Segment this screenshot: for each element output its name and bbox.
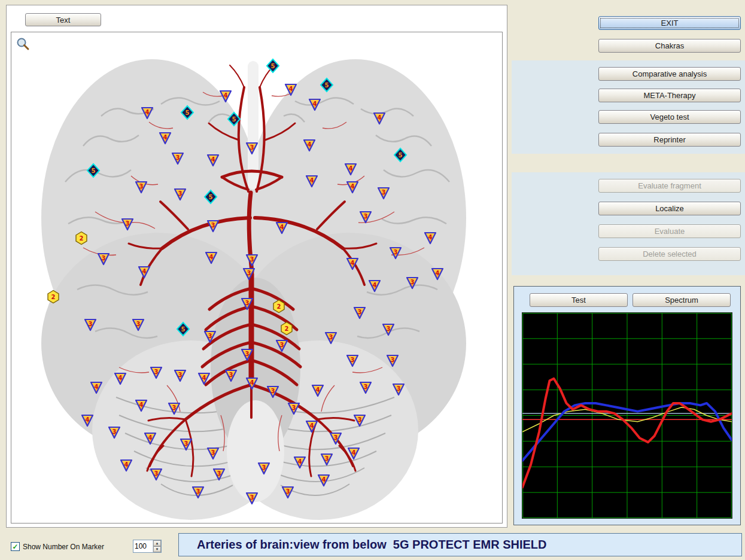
marker-hex-2[interactable]: 2 bbox=[273, 300, 284, 313]
test-button[interactable]: Test bbox=[530, 293, 628, 307]
marker-tri-3[interactable]: 3 bbox=[193, 487, 203, 498]
marker-hex-2[interactable]: 2 bbox=[76, 232, 87, 245]
marker-tri-4[interactable]: 4 bbox=[247, 378, 257, 389]
marker-tri-4[interactable]: 4 bbox=[115, 373, 126, 384]
marker-tri-3[interactable]: 3 bbox=[330, 433, 341, 444]
marker-tri-3[interactable]: 3 bbox=[133, 319, 144, 330]
marker-tri-4[interactable]: 4 bbox=[348, 448, 359, 459]
text-button[interactable]: Text bbox=[25, 13, 101, 26]
marker-tri-3[interactable]: 3 bbox=[360, 212, 371, 223]
marker-tri-4[interactable]: 4 bbox=[345, 164, 356, 175]
marker-tri-3[interactable]: 3 bbox=[175, 370, 186, 381]
marker-tri-3[interactable]: 3 bbox=[347, 355, 358, 366]
marker-tri-3[interactable]: 3 bbox=[242, 299, 253, 309]
marker-tri-3[interactable]: 3 bbox=[214, 469, 224, 480]
marker-tri-3[interactable]: 3 bbox=[378, 188, 389, 199]
marker-tri-3[interactable]: 3 bbox=[169, 403, 180, 414]
marker-dia-5[interactable]: 5 bbox=[205, 190, 217, 203]
show-number-checkbox[interactable]: ✓ bbox=[11, 542, 20, 551]
marker-tri-4[interactable]: 4 bbox=[206, 252, 217, 263]
marker-tri-3[interactable]: 3 bbox=[205, 331, 215, 342]
spectrum-button[interactable]: Spectrum bbox=[633, 293, 731, 307]
marker-tri-4[interactable]: 4 bbox=[82, 415, 93, 426]
marker-dia-5[interactable]: 5 bbox=[87, 164, 99, 177]
marker-tri-3[interactable]: 3 bbox=[247, 493, 257, 504]
exit-button[interactable]: EXIT bbox=[598, 16, 741, 30]
evaluate-button[interactable]: Evaluate bbox=[598, 224, 741, 238]
marker-tri-4[interactable]: 4 bbox=[318, 475, 329, 486]
marker-tri-4[interactable]: 4 bbox=[432, 269, 443, 279]
marker-tri-4[interactable]: 4 bbox=[374, 113, 385, 124]
delete-selected-button[interactable]: Delete selected bbox=[598, 247, 741, 261]
marker-tri-3[interactable]: 3 bbox=[151, 469, 162, 480]
marker-tri-3[interactable]: 3 bbox=[151, 367, 162, 378]
marker-tri-4[interactable]: 4 bbox=[285, 84, 296, 95]
chakras-button[interactable]: Chakras bbox=[598, 39, 741, 53]
marker-tri-3[interactable]: 3 bbox=[354, 415, 365, 426]
marker-tri-4[interactable]: 4 bbox=[142, 108, 153, 118]
marker-tri-4[interactable]: 4 bbox=[309, 99, 320, 110]
marker-tri-4[interactable]: 4 bbox=[347, 258, 358, 269]
spin-up-button[interactable]: ▲ bbox=[153, 540, 161, 546]
marker-tri-3[interactable]: 3 bbox=[407, 278, 418, 288]
marker-dia-5[interactable]: 5 bbox=[181, 106, 193, 119]
marker-tri-3[interactable]: 3 bbox=[208, 448, 218, 459]
marker-tri-3[interactable]: 3 bbox=[383, 324, 394, 335]
marker-tri-4[interactable]: 4 bbox=[145, 433, 156, 444]
marker-tri-3[interactable]: 3 bbox=[247, 255, 257, 266]
marker-tri-3[interactable]: 3 bbox=[244, 269, 254, 279]
marker-tri-3[interactable]: 3 bbox=[136, 182, 147, 193]
magnifier-icon[interactable] bbox=[16, 37, 31, 51]
marker-tri-3[interactable]: 3 bbox=[387, 355, 398, 366]
marker-tri-4[interactable]: 4 bbox=[121, 460, 132, 471]
marker-tri-3[interactable]: 3 bbox=[109, 427, 120, 438]
vegeto-test-button[interactable]: Vegeto test bbox=[598, 110, 741, 124]
reprinter-button[interactable]: Reprinter bbox=[598, 133, 741, 147]
marker-tri-3[interactable]: 3 bbox=[360, 382, 371, 393]
marker-tri-3[interactable]: 3 bbox=[247, 143, 257, 154]
marker-tri-3[interactable]: 3 bbox=[172, 153, 183, 164]
marker-tri-3[interactable]: 3 bbox=[321, 454, 332, 465]
anatomy-image-area[interactable]: 5555555522224444444444444444444444444444… bbox=[11, 32, 503, 524]
evaluate-fragment-button[interactable]: Evaluate fragment bbox=[598, 179, 741, 193]
comparative-analysis-button[interactable]: Comparative analysis bbox=[598, 67, 741, 81]
marker-tri-4[interactable]: 4 bbox=[369, 281, 380, 291]
marker-tri-3[interactable]: 3 bbox=[282, 487, 293, 498]
marker-tri-3[interactable]: 3 bbox=[98, 254, 109, 264]
marker-hex-2[interactable]: 2 bbox=[281, 322, 292, 335]
marker-tri-3[interactable]: 3 bbox=[226, 370, 236, 381]
marker-tri-3[interactable]: 3 bbox=[326, 333, 336, 343]
marker-hex-2[interactable]: 2 bbox=[48, 291, 59, 303]
marker-tri-4[interactable]: 4 bbox=[425, 233, 436, 244]
marker-tri-3[interactable]: 3 bbox=[242, 349, 253, 360]
marker-tri-3[interactable]: 3 bbox=[276, 340, 287, 351]
marker-tri-4[interactable]: 4 bbox=[306, 176, 317, 187]
marker-tri-4[interactable]: 4 bbox=[199, 373, 209, 384]
marker-tri-3[interactable]: 3 bbox=[288, 403, 299, 414]
marker-dia-5[interactable]: 5 bbox=[267, 59, 279, 72]
marker-tri-4[interactable]: 4 bbox=[347, 182, 358, 193]
marker-tri-3[interactable]: 3 bbox=[354, 308, 365, 318]
spin-down-button[interactable]: ▼ bbox=[153, 546, 161, 552]
marker-dia-5[interactable]: 5 bbox=[228, 112, 240, 126]
marker-tri-4[interactable]: 4 bbox=[304, 140, 315, 151]
marker-size-input[interactable] bbox=[133, 540, 153, 552]
marker-tri-4[interactable]: 4 bbox=[160, 133, 171, 144]
marker-tri-4[interactable]: 4 bbox=[136, 400, 147, 411]
marker-tri-4[interactable]: 4 bbox=[312, 385, 323, 396]
marker-tri-4[interactable]: 4 bbox=[91, 382, 102, 393]
marker-tri-4[interactable]: 4 bbox=[276, 223, 287, 233]
marker-tri-3[interactable]: 3 bbox=[181, 439, 191, 450]
marker-tri-3[interactable]: 3 bbox=[85, 319, 96, 330]
marker-tri-3[interactable]: 3 bbox=[390, 248, 401, 258]
marker-tri-3[interactable]: 3 bbox=[259, 463, 269, 474]
marker-dia-5[interactable]: 5 bbox=[321, 78, 333, 92]
marker-tri-4[interactable]: 4 bbox=[306, 421, 317, 432]
marker-tri-4[interactable]: 4 bbox=[208, 155, 218, 166]
localize-button[interactable]: Localize bbox=[598, 202, 741, 215]
marker-tri-3[interactable]: 3 bbox=[175, 189, 186, 200]
marker-tri-4[interactable]: 4 bbox=[220, 91, 231, 102]
marker-dia-5[interactable]: 5 bbox=[177, 322, 189, 336]
marker-tri-3[interactable]: 3 bbox=[122, 219, 133, 230]
meta-therapy-button[interactable]: META-Therapy bbox=[598, 89, 741, 102]
